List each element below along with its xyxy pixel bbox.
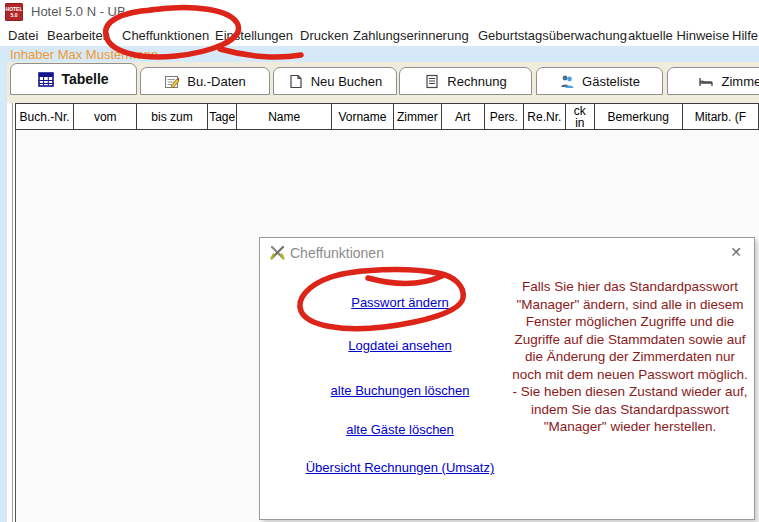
column-header-bemerkung[interactable]: Bemerkung (595, 103, 683, 130)
bookings-table-header: Buch.-Nr. vom bis zum Tage Name Vorname … (15, 103, 759, 130)
column-header-tage[interactable]: Tage (208, 103, 238, 130)
tab-zimmer[interactable]: Zimmer (667, 67, 759, 95)
app-window: HOTEL 5.0 Hotel 5.0 N - UB Datei Bearbei… (0, 0, 759, 522)
owner-bar: Inhaber Max Mustermann (0, 46, 759, 62)
tab-neu-buchen[interactable]: Neu Buchen (273, 67, 397, 95)
link-logdatei-ansehen[interactable]: Logdatei ansehen (260, 338, 540, 353)
menu-item-geburtstagsueberwachung[interactable]: Geburtstagsüberwachung (478, 28, 627, 43)
menu-item-datei[interactable]: Datei (8, 28, 38, 43)
edit-form-icon (164, 74, 180, 89)
tab-tabelle[interactable]: Tabelle (10, 63, 137, 95)
close-icon[interactable]: ✕ (730, 244, 742, 260)
column-header-re-nr[interactable]: Re.Nr. (524, 103, 566, 130)
menu-item-zahlungserinnerung[interactable]: Zahlungserinnerung (353, 28, 469, 43)
tab-label: Zimmer (721, 74, 759, 89)
tab-bu-daten[interactable]: Bu.-Daten (140, 67, 270, 95)
title-bar: HOTEL 5.0 Hotel 5.0 N - UB (0, 0, 759, 24)
cheffunktionen-dialog: Cheffunktionen ✕ Passwort ändern Logdate… (259, 237, 755, 520)
link-passwort-aendern[interactable]: Passwort ändern (260, 295, 540, 310)
app-logo-version: 5.0 (11, 12, 18, 18)
tab-label: Gästeliste (582, 74, 640, 89)
crossed-swords-icon (269, 244, 286, 261)
column-header-art[interactable]: Art (442, 103, 485, 130)
column-header-check-in[interactable]: ck in (566, 103, 595, 130)
link-alte-buchungen-loeschen[interactable]: alte Buchungen löschen (260, 383, 540, 398)
column-header-buch-nr[interactable]: Buch.-Nr. (15, 103, 74, 130)
bed-icon (698, 74, 714, 89)
tab-strip: Tabelle Bu.-Daten Neu Buchen Rechnung (7, 62, 759, 103)
left-margin-strip (0, 62, 7, 522)
menu-item-einstellungen[interactable]: Einstellungen (215, 28, 293, 43)
column-header-vom[interactable]: vom (74, 103, 137, 130)
tab-label: Bu.-Daten (187, 74, 246, 89)
menu-bar: Datei Bearbeiten Cheffunktionen Einstell… (0, 24, 759, 46)
column-header-zimmer[interactable]: Zimmer (394, 103, 442, 130)
table-icon (38, 72, 54, 87)
tab-gaesteliste[interactable]: Gästeliste (536, 67, 663, 95)
menu-item-bearbeiten[interactable]: Bearbeiten (47, 28, 110, 43)
manager-password-info-text: Falls Sie hier das Standardpasswort "Man… (512, 278, 748, 436)
invoice-icon (424, 74, 440, 89)
menu-item-drucken[interactable]: Drucken (300, 28, 348, 43)
column-header-mitarb[interactable]: Mitarb. (F (683, 103, 759, 130)
tab-rechnung[interactable]: Rechnung (399, 67, 532, 95)
app-logo-icon: HOTEL 5.0 (5, 3, 23, 21)
column-header-name[interactable]: Name (237, 103, 331, 130)
column-header-bis-zum[interactable]: bis zum (137, 103, 208, 130)
owner-name: Inhaber Max Mustermann (10, 47, 158, 62)
menu-item-hilfe[interactable]: Hilfe (732, 28, 758, 43)
menu-item-cheffunktionen[interactable]: Cheffunktionen (122, 28, 209, 43)
column-header-pers[interactable]: Pers. (485, 103, 524, 130)
column-header-vorname[interactable]: Vorname (332, 103, 394, 130)
tab-label: Neu Buchen (311, 74, 383, 89)
tab-label: Tabelle (61, 71, 108, 87)
tab-label: Rechnung (447, 74, 506, 89)
window-title: Hotel 5.0 N - UB (31, 4, 126, 19)
link-alte-gaeste-loeschen[interactable]: alte Gäste löschen (260, 422, 540, 437)
left-splitter (12, 95, 13, 522)
dialog-title: Cheffunktionen (290, 245, 384, 261)
guests-icon (559, 74, 575, 89)
new-page-icon (288, 74, 304, 89)
menu-item-aktuelle-hinweise[interactable]: aktuelle Hinweise (628, 28, 729, 43)
dialog-title-bar: Cheffunktionen ✕ (260, 238, 754, 268)
link-uebersicht-rechnungen[interactable]: Übersicht Rechnungen (Umsatz) (260, 460, 540, 475)
